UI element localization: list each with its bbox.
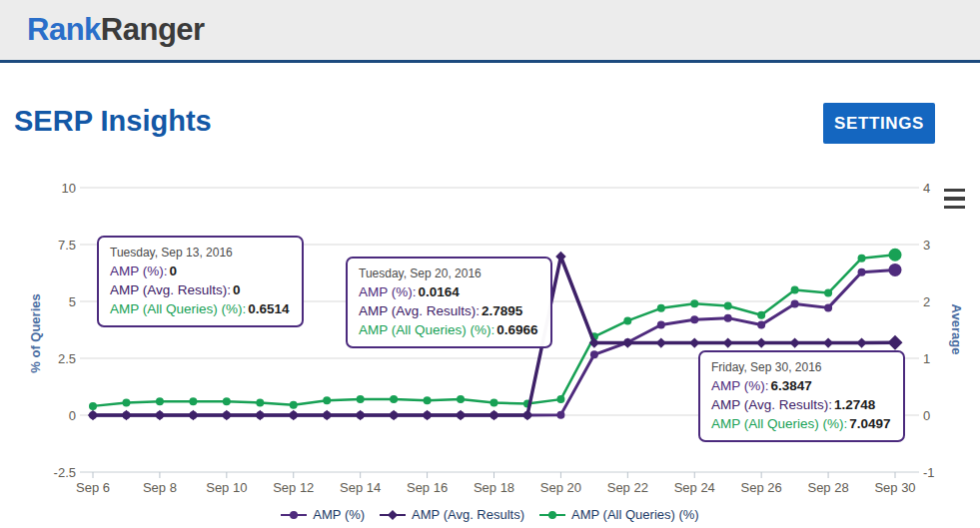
svg-text:Sep 20: Sep 20 bbox=[540, 480, 581, 495]
svg-text:1: 1 bbox=[923, 351, 930, 366]
svg-text:Sep 6: Sep 6 bbox=[76, 480, 110, 495]
legend-item-amp-pct[interactable]: AMP (%) bbox=[281, 507, 365, 522]
tooltip-value: 2.7895 bbox=[482, 303, 522, 318]
svg-text:Sep 14: Sep 14 bbox=[340, 480, 381, 495]
legend-label: AMP (All Queries) (%) bbox=[571, 507, 699, 522]
svg-text:% of Queries: % of Queries bbox=[28, 293, 43, 372]
svg-text:Sep 28: Sep 28 bbox=[807, 480, 848, 495]
tooltip-date: Friday, Sep 30, 2016 bbox=[711, 358, 891, 376]
tooltip-value: 0.6966 bbox=[496, 322, 537, 337]
svg-text:0: 0 bbox=[69, 408, 76, 423]
tooltip-row: AMP (%):0.0164 bbox=[359, 282, 538, 301]
svg-text:Sep 22: Sep 22 bbox=[607, 480, 648, 495]
tooltip-series-label: AMP (%): bbox=[110, 264, 168, 278]
hamburger-menu-icon[interactable] bbox=[944, 189, 966, 209]
tooltip-value: 0 bbox=[233, 282, 241, 297]
legend-label: AMP (%) bbox=[313, 507, 365, 522]
tooltip-value: 6.3847 bbox=[771, 378, 812, 393]
svg-text:Sep 12: Sep 12 bbox=[273, 480, 314, 495]
svg-text:7.5: 7.5 bbox=[58, 238, 76, 253]
tooltip-series-label: AMP (All Queries) (%): bbox=[711, 416, 847, 431]
legend-item-amp-all-queries[interactable]: AMP (All Queries) (%) bbox=[539, 507, 699, 522]
tooltip-date: Tuesday, Sep 20, 2016 bbox=[359, 264, 538, 282]
tooltip-series-label: AMP (Avg. Results): bbox=[711, 397, 832, 412]
svg-text:10: 10 bbox=[62, 181, 76, 196]
svg-text:5: 5 bbox=[69, 294, 76, 309]
svg-text:Sep 30: Sep 30 bbox=[874, 480, 915, 495]
svg-text:2.5: 2.5 bbox=[58, 351, 76, 366]
rankranger-logo: RankRanger bbox=[27, 12, 205, 48]
legend-item-amp-avg-results[interactable]: AMP (Avg. Results) bbox=[380, 507, 524, 522]
serp-insights-page: RankRanger SERP Insights SETTINGS 1047.5… bbox=[0, 0, 980, 528]
tooltip-row: AMP (All Queries) (%):0.6514 bbox=[110, 299, 290, 318]
tooltip-row: AMP (All Queries) (%):0.6966 bbox=[359, 320, 538, 339]
svg-text:2: 2 bbox=[923, 294, 930, 309]
tooltip-row: AMP (%):0 bbox=[110, 262, 290, 280]
tooltip-row: AMP (Avg. Results):0 bbox=[110, 280, 290, 299]
tooltip-series-label: AMP (All Queries) (%): bbox=[110, 301, 246, 316]
tooltip-series-label: AMP (%): bbox=[711, 378, 769, 393]
tooltip-sep-13: Tuesday, Sep 13, 2016 AMP (%):0 AMP (Avg… bbox=[97, 236, 304, 327]
tooltip-value: 0.0164 bbox=[419, 284, 460, 299]
tooltip-row: AMP (All Queries) (%):7.0497 bbox=[711, 414, 891, 433]
svg-text:Sep 26: Sep 26 bbox=[741, 480, 782, 495]
svg-text:Sep 8: Sep 8 bbox=[143, 480, 177, 495]
tooltip-value: 0.6514 bbox=[248, 301, 289, 316]
svg-text:4: 4 bbox=[923, 181, 930, 196]
svg-text:0: 0 bbox=[923, 408, 930, 423]
svg-text:-2.5: -2.5 bbox=[54, 465, 76, 480]
tooltip-value: 1.2748 bbox=[834, 397, 875, 412]
svg-text:3: 3 bbox=[923, 238, 930, 253]
svg-text:Sep 18: Sep 18 bbox=[474, 480, 514, 495]
tooltip-date: Tuesday, Sep 13, 2016 bbox=[110, 244, 290, 262]
app-header: RankRanger bbox=[0, 0, 980, 63]
settings-button[interactable]: SETTINGS bbox=[823, 103, 935, 144]
svg-text:Sep 24: Sep 24 bbox=[674, 480, 715, 495]
chart-legend: AMP (%) AMP (Avg. Results) AMP (All Quer… bbox=[0, 507, 980, 522]
tooltip-row: AMP (%):6.3847 bbox=[711, 376, 891, 395]
tooltip-sep-30: Friday, Sep 30, 2016 AMP (%):6.3847 AMP … bbox=[698, 350, 905, 442]
tooltip-row: AMP (Avg. Results):1.2748 bbox=[711, 395, 891, 414]
tooltip-sep-20: Tuesday, Sep 20, 2016 AMP (%):0.0164 AMP… bbox=[346, 257, 552, 348]
svg-text:-1: -1 bbox=[923, 465, 935, 480]
legend-line-circle-icon bbox=[281, 510, 307, 520]
logo-ranger-text: Ranger bbox=[101, 12, 205, 47]
tooltip-series-label: AMP (%): bbox=[359, 284, 417, 299]
logo-rank-text: Rank bbox=[27, 12, 101, 47]
tooltip-value: 7.0497 bbox=[849, 416, 890, 431]
svg-text:Sep 16: Sep 16 bbox=[407, 480, 448, 495]
legend-line-diamond-icon bbox=[380, 510, 406, 520]
legend-line-circle-icon bbox=[539, 510, 565, 520]
svg-text:Average: Average bbox=[949, 304, 964, 355]
serp-insights-chart: 1047.53522.5100-2.5-1Sep 6Sep 8Sep 10Sep… bbox=[0, 160, 980, 528]
tooltip-series-label: AMP (All Queries) (%): bbox=[359, 322, 494, 337]
tooltip-row: AMP (Avg. Results):2.7895 bbox=[359, 301, 538, 320]
tooltip-value: 0 bbox=[170, 264, 178, 278]
svg-text:Sep 10: Sep 10 bbox=[206, 480, 247, 495]
legend-label: AMP (Avg. Results) bbox=[412, 507, 524, 522]
page-title: SERP Insights bbox=[14, 105, 212, 138]
tooltip-series-label: AMP (Avg. Results): bbox=[110, 282, 231, 297]
tooltip-series-label: AMP (Avg. Results): bbox=[359, 303, 480, 318]
